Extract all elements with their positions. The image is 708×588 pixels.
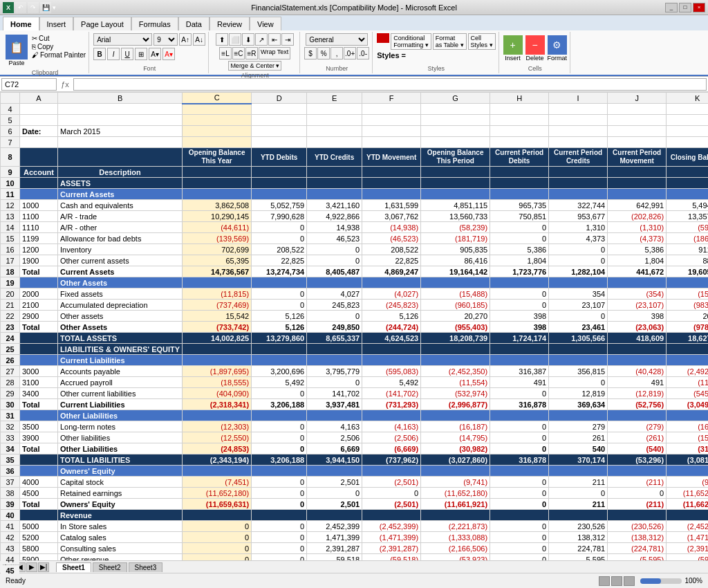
wrap-text-btn[interactable]: Wrap Text: [259, 47, 290, 59]
font-name-select[interactable]: Arial: [93, 33, 152, 46]
col-header-C[interactable]: C: [183, 93, 252, 104]
align-left-btn[interactable]: ≡L: [219, 47, 232, 59]
col-header-K[interactable]: K: [667, 93, 708, 104]
format-as-table-btn[interactable]: Formatas Table ▾: [433, 33, 467, 50]
number-group-label: Number: [326, 64, 348, 72]
align-middle-btn[interactable]: ⬜: [229, 33, 241, 46]
increase-font-btn[interactable]: A↑: [179, 33, 192, 46]
row-35: 35 TOTAL LIABILITIES (2,343,194) 3,206,1…: [1, 454, 709, 466]
row-29: 29 3400 Other current liabilities (404,0…: [1, 388, 709, 399]
insert-cells-btn[interactable]: + Insert: [503, 35, 523, 62]
row-26: 26 Current Liabilities: [1, 355, 709, 366]
sheet-nav-next[interactable]: ▶: [26, 562, 37, 572]
insert-label: Insert: [505, 55, 521, 62]
tab-view[interactable]: View: [250, 17, 281, 30]
tab-home[interactable]: Home: [3, 17, 39, 30]
border-btn[interactable]: ⊞: [135, 48, 147, 60]
number-format-select[interactable]: General: [306, 33, 368, 46]
percent-btn[interactable]: %: [317, 47, 330, 59]
row-22: 22 2900 Other assets 15,542 5,126 0 5,12…: [1, 311, 709, 322]
copy-btn[interactable]: ⎘ Copy: [32, 43, 86, 50]
acct-1000[interactable]: 1000: [20, 200, 58, 211]
row-23: 23 Total Other Assets (733,742) 5,126 24…: [1, 322, 709, 333]
cut-btn[interactable]: ✂ Cut: [32, 35, 86, 42]
spreadsheet-area[interactable]: A B C D E F G H I J K 4: [0, 92, 708, 573]
page-layout-btn[interactable]: [611, 576, 622, 586]
undo-btn[interactable]: ↶: [15, 2, 26, 13]
spreadsheet-table: A B C D E F G H I J K 4: [0, 92, 708, 573]
merge-center-btn[interactable]: Merge & Center▾: [228, 61, 281, 71]
desc-1000[interactable]: Cash and equivalents: [58, 200, 183, 211]
maximize-btn[interactable]: □: [679, 3, 691, 12]
font-color-btn[interactable]: A▾: [162, 48, 175, 60]
row-19: 19 Other Assets: [1, 277, 709, 288]
currency-btn[interactable]: $: [304, 47, 317, 59]
save-btn[interactable]: 💾: [40, 2, 51, 13]
col-header-D[interactable]: D: [252, 93, 307, 104]
decrease-decimal-btn[interactable]: .0-: [357, 47, 369, 59]
align-right-btn[interactable]: ≡R: [245, 47, 258, 59]
col-hdr-cur-credits: Current PeriodCredits: [549, 148, 608, 167]
corner-header: [1, 93, 20, 104]
italic-btn[interactable]: I: [107, 48, 120, 60]
merge-center-label: Merge & Center: [230, 62, 274, 69]
format-painter-btn[interactable]: 🖌 Format Painter: [32, 51, 86, 59]
tab-pagelayout[interactable]: Page Layout: [73, 17, 131, 30]
normal-view-btn[interactable]: [599, 576, 610, 586]
zoom-slider[interactable]: [640, 578, 682, 584]
redo-btn[interactable]: ↷: [28, 2, 39, 13]
close-btn[interactable]: ×: [693, 3, 705, 12]
col-header-I[interactable]: I: [549, 93, 608, 104]
sheet-tab-2[interactable]: Sheet2: [93, 562, 127, 572]
align-top-btn[interactable]: ⬆: [216, 33, 228, 46]
bold-btn[interactable]: B: [93, 48, 106, 60]
sheet-tabs: |◀ ◀ ▶ ▶| Sheet1 Sheet2 Sheet3: [0, 560, 708, 573]
alignment-group: ⬆ ⬜ ⬇ ↗ ⇤ ⇥ ≡L ≡C ≡R Wrap Text Merge & C…: [210, 32, 300, 73]
row-6: 6 Date: March 2015: [1, 126, 709, 137]
comma-btn[interactable]: ,: [330, 47, 343, 59]
increase-decimal-btn[interactable]: .0+: [344, 47, 356, 59]
decrease-font-btn[interactable]: A↓: [193, 33, 205, 46]
tab-review[interactable]: Review: [209, 17, 250, 30]
col-header-B[interactable]: B: [58, 93, 183, 104]
formula-input[interactable]: [73, 78, 707, 91]
cell-styles-btn[interactable]: CellStyles ▾: [468, 33, 496, 50]
sheet-tab-1[interactable]: Sheet1: [56, 562, 91, 572]
fill-color-btn[interactable]: A▾: [149, 48, 161, 60]
row-28: 28 3100 Accrued payroll (18,555) 5,492 0…: [1, 377, 709, 388]
cell-reference[interactable]: [1, 78, 57, 91]
format-cells-btn[interactable]: ⚙ Format: [548, 35, 568, 62]
tab-insert[interactable]: Insert: [39, 17, 74, 30]
styles-group: ConditionalFormatting ▾ Formatas Table ▾…: [374, 32, 499, 73]
font-size-select[interactable]: 9: [153, 33, 178, 46]
col-header-F[interactable]: F: [362, 93, 421, 104]
row-27: 27 3000 Accounts payable (1,897,695) 3,2…: [1, 366, 709, 377]
underline-btn[interactable]: U: [121, 48, 133, 60]
paste-btn[interactable]: 📋 Paste: [4, 33, 29, 68]
align-bottom-btn[interactable]: ⬇: [242, 33, 254, 46]
page-break-btn[interactable]: [624, 576, 635, 586]
indent-dec-btn[interactable]: ⇤: [268, 33, 281, 46]
align-center-btn[interactable]: ≡C: [232, 47, 245, 59]
col-header-H[interactable]: H: [490, 93, 549, 104]
conditional-formatting-btn[interactable]: ConditionalFormatting ▾: [391, 33, 431, 50]
date-value[interactable]: March 2015: [58, 126, 183, 137]
delete-cells-btn[interactable]: − Delete: [525, 35, 545, 62]
tab-formulas[interactable]: Formulas: [131, 17, 178, 30]
col-header-A[interactable]: A: [20, 93, 58, 104]
minimize-btn[interactable]: _: [665, 3, 678, 12]
sheet-tab-3[interactable]: Sheet3: [129, 562, 163, 572]
col-hdr-closing: Closing Balance: [667, 148, 708, 167]
text-rotate-btn[interactable]: ↗: [255, 33, 268, 46]
account-hdr: Account: [20, 167, 58, 178]
indent-inc-btn[interactable]: ⇥: [281, 33, 294, 46]
row-7: 7: [1, 137, 709, 148]
row-40: 40 Revenue: [1, 510, 709, 521]
tab-data[interactable]: Data: [178, 17, 209, 30]
col-header-G[interactable]: G: [421, 93, 490, 104]
date-label[interactable]: Date:: [20, 126, 58, 137]
col-header-J[interactable]: J: [608, 93, 667, 104]
row-17: 17 1900 Other current assets 65,395 22,8…: [1, 255, 709, 266]
sheet-nav-last[interactable]: ▶|: [38, 562, 49, 572]
col-header-E[interactable]: E: [307, 93, 362, 104]
